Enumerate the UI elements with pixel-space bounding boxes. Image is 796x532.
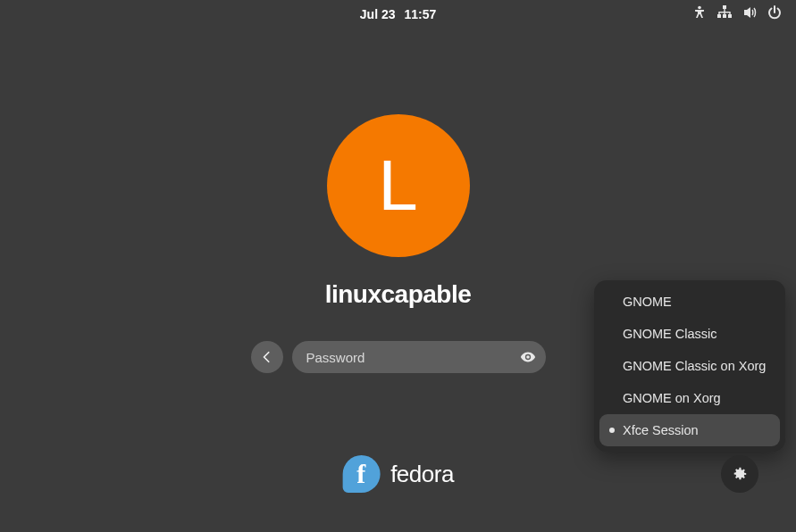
avatar: L — [327, 114, 470, 257]
svg-rect-1 — [723, 5, 726, 9]
username-label: linuxcapable — [325, 280, 472, 309]
session-item[interactable]: GNOME Classic — [599, 318, 780, 350]
svg-rect-3 — [723, 14, 726, 18]
eye-icon — [520, 349, 536, 365]
distro-logo: f fedora — [342, 455, 454, 493]
session-item[interactable]: Xfce Session — [599, 414, 780, 446]
session-gear-button[interactable] — [721, 455, 758, 493]
session-item[interactable]: GNOME Classic on Xorg — [599, 350, 780, 382]
svg-rect-4 — [728, 14, 732, 18]
svg-rect-8 — [724, 12, 725, 14]
svg-rect-9 — [729, 12, 730, 14]
session-item[interactable]: GNOME — [599, 286, 780, 318]
fedora-icon: f — [342, 455, 380, 493]
gear-icon — [732, 466, 748, 482]
svg-rect-2 — [717, 14, 721, 18]
accessibility-icon[interactable] — [692, 5, 707, 23]
password-row — [251, 341, 546, 373]
svg-point-10 — [526, 355, 530, 359]
datetime-indicator[interactable]: Jul 23 11:57 — [360, 7, 436, 21]
chevron-left-icon — [261, 351, 273, 363]
password-field-wrap — [292, 341, 546, 373]
volume-icon[interactable] — [742, 5, 757, 23]
password-input[interactable] — [306, 350, 510, 365]
distro-name: fedora — [390, 461, 454, 488]
back-button[interactable] — [251, 341, 283, 373]
status-area — [692, 0, 782, 29]
date-label: Jul 23 — [360, 7, 396, 21]
network-icon[interactable] — [717, 5, 732, 23]
session-selector-menu: GNOMEGNOME ClassicGNOME Classic on XorgG… — [594, 280, 785, 452]
login-panel: L linuxcapable — [247, 114, 550, 373]
avatar-letter: L — [378, 150, 418, 221]
svg-point-0 — [698, 6, 701, 10]
show-password-button[interactable] — [519, 348, 537, 366]
topbar: Jul 23 11:57 — [0, 0, 796, 29]
svg-rect-7 — [718, 12, 719, 14]
session-item[interactable]: GNOME on Xorg — [599, 382, 780, 414]
power-icon[interactable] — [767, 5, 782, 23]
time-label: 11:57 — [404, 7, 436, 21]
